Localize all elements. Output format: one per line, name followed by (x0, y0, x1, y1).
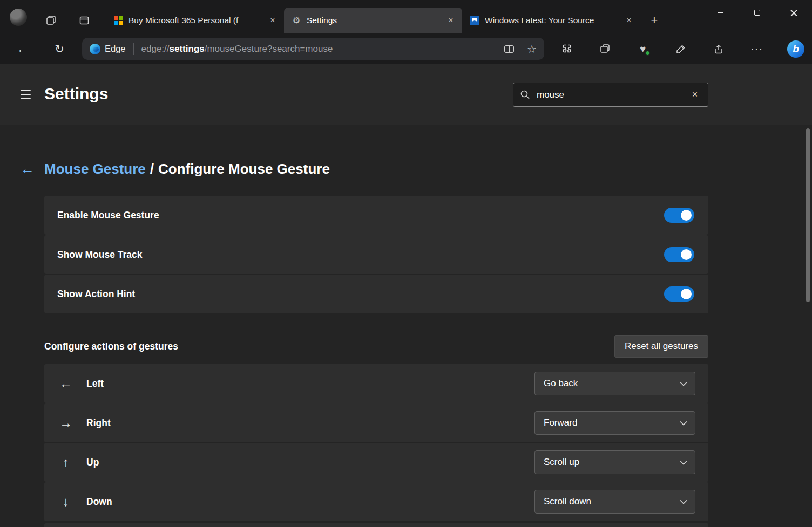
chevron-down-icon (680, 421, 687, 426)
more-options-icon[interactable]: ··· (749, 42, 764, 57)
settings-content: ← Mouse Gesture/Configure Mouse Gesture … (0, 125, 812, 527)
page-title: Settings (44, 85, 108, 103)
setting-row-show-action-hint: Show Action Hint (44, 275, 708, 313)
setting-label: Enable Mouse Gesture (57, 210, 159, 221)
maximize-button[interactable] (739, 0, 775, 25)
refresh-button[interactable]: ↻ (50, 39, 69, 59)
browser-window: Buy Microsoft 365 Personal (f × ⚙ Settin… (0, 0, 812, 527)
setting-label: Show Mouse Track (57, 249, 143, 261)
gesture-row-left: ← Left Go back (44, 364, 708, 403)
gesture-row-right: → Right Forward (44, 403, 708, 442)
minimize-icon (718, 12, 723, 13)
gesture-direction-label: Right (86, 418, 111, 429)
url-host: settings (170, 44, 205, 54)
edge-logo-icon (90, 44, 100, 54)
chevron-down-icon (680, 460, 687, 465)
workspaces-icon[interactable] (44, 14, 57, 27)
copilot-bing-icon[interactable]: b (787, 40, 804, 58)
address-separator (133, 43, 134, 55)
share-icon[interactable] (711, 42, 726, 57)
maximize-icon (754, 10, 760, 16)
toggle-card-group: Enable Mouse Gesture Show Mouse Track Sh… (44, 196, 708, 314)
tab-title: Buy Microsoft 365 Personal (f (128, 16, 267, 25)
arrow-down-icon: ↓ (58, 494, 73, 509)
windows-latest-favicon (470, 16, 479, 25)
gesture-action-dropdown-up[interactable]: Scroll up (534, 450, 695, 474)
toolbar: ← ↻ Edge edge://settings/mouseGesture?se… (0, 33, 812, 64)
breadcrumb: Mouse Gesture/Configure Mouse Gesture (44, 160, 330, 178)
breadcrumb-separator: / (150, 161, 154, 177)
arrow-left-icon: ← (58, 376, 73, 391)
gesture-action-dropdown-down[interactable]: Scroll down (534, 490, 695, 514)
minimize-button[interactable] (702, 0, 739, 25)
chevron-down-icon (680, 381, 687, 386)
tab-close-icon[interactable]: × (623, 15, 635, 26)
gear-icon: ⚙ (292, 16, 301, 25)
gesture-action-dropdown-right[interactable]: Forward (534, 411, 695, 435)
menu-icon[interactable] (21, 88, 33, 100)
chevron-down-icon (680, 499, 687, 504)
tab-settings[interactable]: ⚙ Settings × (284, 8, 462, 33)
toggle-enable-mouse-gesture[interactable] (664, 208, 694, 223)
dropdown-selected-value: Scroll down (544, 496, 591, 507)
gesture-direction-label: Down (86, 496, 112, 508)
tab-title: Settings (307, 16, 445, 25)
dropdown-selected-value: Go back (544, 378, 578, 389)
close-button[interactable] (775, 0, 812, 25)
profile-avatar[interactable] (10, 9, 27, 26)
address-bar[interactable]: Edge edge://settings/mouseGesture?search… (82, 38, 544, 60)
setting-row-enable-mouse-gesture: Enable Mouse Gesture (44, 196, 708, 235)
breadcrumb-current: Configure Mouse Gesture (158, 161, 330, 177)
web-capture-icon[interactable] (673, 42, 688, 57)
tab-buy-microsoft-365[interactable]: Buy Microsoft 365 Personal (f × (106, 8, 284, 33)
scrollbar-thumb[interactable] (806, 128, 810, 302)
back-button[interactable]: ← (13, 39, 32, 59)
setting-row-show-mouse-track: Show Mouse Track (44, 235, 708, 274)
tab-close-icon[interactable]: × (267, 15, 279, 26)
favorite-star-icon[interactable]: ☆ (527, 44, 537, 54)
browser-essentials-icon[interactable]: ♥ (635, 42, 651, 57)
tab-actions-menu-icon[interactable] (78, 14, 91, 27)
settings-page-header: Settings × (0, 64, 812, 125)
next-row-peek (44, 523, 708, 527)
toolbar-icon-row: ♥ ··· b (559, 33, 804, 64)
site-info-label[interactable]: Edge (105, 44, 126, 54)
gesture-action-dropdown-left[interactable]: Go back (534, 372, 695, 395)
toggle-show-action-hint[interactable] (664, 286, 694, 302)
tab-windows-latest[interactable]: Windows Latest: Your Source × (462, 8, 640, 33)
gesture-row-group: ← Left Go back → Right Forward ↑ Up (44, 364, 708, 522)
url-scheme: edge:// (141, 44, 170, 54)
clear-search-icon[interactable]: × (688, 88, 701, 101)
gesture-direction-label: Left (86, 378, 104, 389)
health-badge (645, 51, 650, 56)
tab-title: Windows Latest: Your Source (485, 16, 623, 25)
url-path: /mouseGesture?search=mouse (205, 44, 333, 54)
tab-close-icon[interactable]: × (445, 15, 457, 26)
tab-strip: Buy Microsoft 365 Personal (f × ⚙ Settin… (0, 0, 812, 33)
search-icon (520, 90, 530, 100)
dropdown-selected-value: Scroll up (544, 457, 579, 468)
extensions-icon[interactable] (559, 42, 574, 57)
window-controls (702, 0, 812, 25)
split-screen-icon[interactable] (504, 45, 514, 53)
toggle-show-mouse-track[interactable] (664, 247, 694, 262)
arrow-up-icon: ↑ (58, 455, 73, 470)
close-icon (790, 9, 797, 16)
search-input[interactable] (537, 90, 688, 100)
gesture-direction-label: Up (86, 457, 99, 468)
dropdown-selected-value: Forward (544, 418, 577, 428)
gesture-section-header: Configure actions of gestures Reset all … (44, 334, 708, 358)
breadcrumb-link-mouse-gesture[interactable]: Mouse Gesture (44, 161, 146, 177)
gesture-row-up: ↑ Up Scroll up (44, 443, 708, 482)
breadcrumb-back-icon[interactable]: ← (21, 161, 35, 177)
settings-search-box: × (513, 83, 708, 107)
reset-all-gestures-button[interactable]: Reset all gestures (614, 335, 708, 358)
section-title: Configure actions of gestures (44, 341, 178, 352)
arrow-right-icon: → (58, 415, 73, 430)
new-tab-button[interactable]: + (647, 13, 662, 28)
gesture-row-down: ↓ Down Scroll down (44, 482, 708, 521)
collections-icon[interactable] (597, 42, 612, 57)
setting-label: Show Action Hint (57, 289, 135, 300)
microsoft-logo-icon (113, 16, 123, 25)
url-text: edge://settings/mouseGesture?search=mous… (141, 44, 492, 54)
